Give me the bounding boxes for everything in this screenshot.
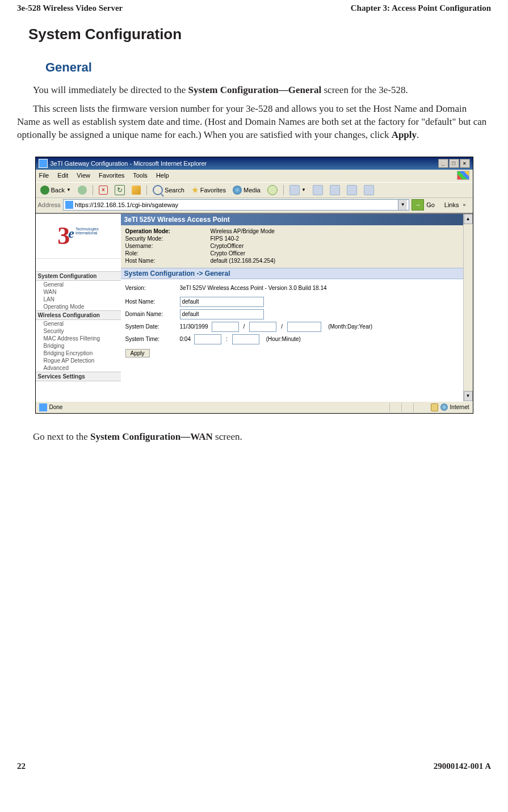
media-button[interactable]: Media — [230, 185, 263, 195]
info-hostname-value: default (192.168.254.254) — [211, 258, 276, 264]
back-button[interactable]: Back ▼ — [38, 185, 73, 195]
date-sep: / — [242, 323, 246, 330]
content-area: 3 e Technologies International System Co… — [36, 213, 473, 401]
ie-window: 3eTI Gateway Configuration - Microsoft I… — [35, 157, 473, 414]
nav-group-wireless-config[interactable]: Wireless Configuration — [36, 310, 121, 320]
address-bar: Address https://192.168.15.1/cgi-bin/sga… — [36, 198, 473, 213]
date-day-input[interactable] — [249, 322, 276, 332]
menu-edit[interactable]: Edit — [57, 172, 68, 179]
logo-intl: International — [75, 231, 99, 235]
search-label: Search — [165, 187, 184, 193]
footer-page-number: 22 — [17, 761, 26, 771]
menu-view[interactable]: View — [77, 172, 90, 179]
media-label: Media — [243, 187, 261, 193]
print-button[interactable] — [310, 184, 325, 196]
hostname-input[interactable]: default — [180, 297, 264, 307]
toolbar-separator — [146, 185, 147, 195]
time-hint: (Hour:Minute) — [266, 336, 301, 342]
address-dropdown-icon[interactable]: ▼ — [398, 200, 407, 210]
windows-flag-icon — [457, 171, 469, 180]
status-zone: Internet — [450, 404, 469, 410]
back-dropdown-icon[interactable]: ▼ — [66, 187, 71, 192]
h1-system-configuration: System Configuration — [28, 26, 491, 43]
discuss-icon — [347, 185, 357, 195]
links-chevron-icon[interactable]: » — [463, 202, 471, 208]
toolbar-separator — [93, 185, 93, 195]
messenger-button[interactable] — [362, 184, 376, 196]
domainname-input[interactable]: default — [180, 309, 264, 319]
page-icon — [65, 201, 73, 209]
nav-w-security[interactable]: Security — [36, 327, 121, 335]
header-right: Chapter 3: Access Point Configuration — [351, 3, 491, 13]
home-icon — [132, 186, 141, 195]
status-done: Done — [49, 404, 63, 410]
edit-icon — [330, 185, 340, 195]
status-cells — [389, 403, 425, 412]
info-secmode-value: FIPS 140-2 — [211, 235, 240, 242]
info-username-label: Username: — [125, 243, 211, 249]
nav-w-rogue[interactable]: Rogue AP Detection — [36, 357, 121, 364]
history-button[interactable] — [265, 184, 280, 196]
favorites-label: Favorites — [200, 187, 226, 193]
menubar: File Edit View Favorites Tools Help — [36, 170, 473, 182]
date-year-input[interactable] — [287, 322, 321, 332]
go-button[interactable]: → — [412, 199, 424, 211]
toolbar: Back ▼ × ↻ Search ★Favorites Media ▼ — [36, 182, 473, 198]
scroll-down-button[interactable]: ▼ — [464, 391, 473, 401]
go-label: Go — [426, 201, 435, 208]
refresh-button[interactable]: ↻ — [112, 184, 127, 196]
search-button[interactable]: Search — [150, 184, 187, 196]
footer-doc-id: 29000142-001 A — [434, 761, 491, 771]
menu-tools[interactable]: Tools — [133, 172, 148, 179]
p2-part-c: . — [417, 129, 419, 140]
nav-lan[interactable]: LAN — [36, 296, 121, 303]
scroll-up-button[interactable]: ▲ — [464, 214, 473, 224]
home-button[interactable] — [129, 185, 143, 195]
stop-button[interactable]: × — [96, 185, 110, 195]
discuss-button[interactable] — [345, 184, 359, 196]
nav-operating-mode[interactable]: Operating Mode — [36, 303, 121, 310]
vertical-scrollbar[interactable]: ▲ ▼ — [463, 214, 473, 401]
apply-button[interactable]: Apply — [125, 349, 150, 357]
nav-w-bridging-enc[interactable]: Bridging Encryption — [36, 350, 121, 357]
links-label[interactable]: Links — [443, 201, 461, 208]
p1-part-a: You will immediately be directed to the — [33, 85, 188, 95]
info-block: Operation Mode:Wireless AP/Bridge Mode S… — [121, 225, 463, 268]
nav-w-general[interactable]: General — [36, 320, 121, 327]
refresh-icon: ↻ — [115, 185, 125, 195]
nav-wan[interactable]: WAN — [36, 288, 121, 296]
time-minute-input[interactable] — [232, 334, 259, 344]
logo-text: Technologies International — [75, 227, 99, 235]
paragraph-2: This screen lists the firmware version n… — [17, 103, 491, 142]
sysdate-label: System Date: — [125, 323, 177, 330]
nav-general[interactable]: General — [36, 281, 121, 288]
date-month-input[interactable] — [212, 322, 239, 332]
menu-favorites[interactable]: Favorites — [99, 172, 124, 179]
nav-group-system-config[interactable]: System Configuration — [36, 271, 121, 281]
paragraph-1: You will immediately be directed to the … — [17, 84, 491, 97]
forward-icon — [78, 186, 87, 195]
address-input[interactable]: https://192.168.15.1/cgi-bin/sgateway ▼ — [63, 199, 409, 211]
status-bar: Done Internet — [36, 401, 473, 413]
forward-button[interactable] — [75, 185, 89, 195]
info-role-value: Crypto Officer — [211, 250, 246, 256]
favorites-button[interactable]: ★Favorites — [189, 186, 228, 195]
nav-w-advanced[interactable]: Advanced — [36, 364, 121, 372]
history-icon — [267, 185, 278, 195]
nav-group-services[interactable]: Services Settings — [36, 372, 121, 381]
star-icon: ★ — [191, 186, 199, 194]
mail-button[interactable]: ▼ — [287, 184, 308, 196]
mail-dropdown-icon[interactable]: ▼ — [301, 187, 306, 192]
menu-help[interactable]: Help — [156, 172, 169, 179]
nav-w-bridging[interactable]: Bridging — [36, 342, 121, 350]
close-button[interactable]: × — [460, 159, 470, 168]
hostname-label: Host Name: — [125, 298, 177, 305]
time-hour-input[interactable] — [194, 334, 221, 344]
minimize-button[interactable]: _ — [438, 159, 448, 168]
edit-button[interactable] — [328, 184, 342, 196]
paragraph-3: Go next to the System Configuration—WAN … — [17, 431, 491, 444]
nav-w-mac[interactable]: MAC Address Filtering — [36, 335, 121, 342]
internet-zone-icon — [440, 403, 448, 411]
maximize-button[interactable]: □ — [449, 159, 459, 168]
menu-file[interactable]: File — [39, 172, 49, 179]
